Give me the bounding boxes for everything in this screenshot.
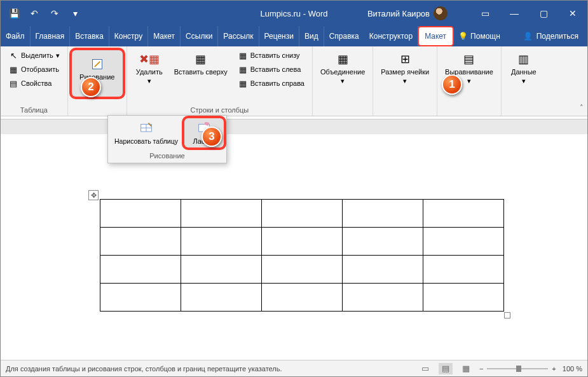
pencil-icon xyxy=(90,57,105,72)
title-bar: 💾 ↶ ↷ ▾ Lumpics.ru - Word Виталий Каиров… xyxy=(1,1,587,26)
undo-icon[interactable]: ↶ xyxy=(26,5,43,22)
properties-icon: ▤ xyxy=(8,78,18,88)
zoom-out-icon[interactable]: − xyxy=(479,365,483,373)
tab-insert[interactable]: Вставка xyxy=(70,26,109,46)
merge-icon: ▦ xyxy=(335,51,350,67)
read-mode-icon[interactable]: ▭ xyxy=(418,363,432,374)
tab-layout[interactable]: Макет xyxy=(148,26,181,46)
user-account[interactable]: Виталий Каиров xyxy=(367,6,448,20)
close-button[interactable]: ✕ xyxy=(558,1,587,26)
quick-access-toolbar: 💾 ↶ ↷ ▾ xyxy=(1,5,88,22)
callout-marker-3: 3 xyxy=(202,127,222,147)
document-table[interactable] xyxy=(100,199,504,312)
tab-table-layout[interactable]: Макет xyxy=(419,27,453,45)
table-row[interactable] xyxy=(100,228,504,256)
group-table: ↖Выделить▾ ▦Отобразить ▤Свойства Таблица xyxy=(1,46,68,116)
zoom-level[interactable]: 100 % xyxy=(563,365,582,373)
popover-group-label: Рисование xyxy=(108,150,226,163)
callout-marker-2: 2 xyxy=(81,77,101,97)
share-icon: 👤 xyxy=(523,32,533,41)
delete-button[interactable]: ✖▦ Удалить▾ xyxy=(131,49,168,88)
zoom-slider[interactable]: − + xyxy=(479,365,556,373)
grid-icon: ▦ xyxy=(8,64,18,74)
web-layout-icon[interactable]: ▦ xyxy=(459,363,473,374)
table-row[interactable] xyxy=(100,200,504,228)
tab-design[interactable]: Констру xyxy=(109,26,148,46)
chevron-down-icon: ▾ xyxy=(147,77,151,85)
data-icon: ▥ xyxy=(516,51,531,67)
qat-more-icon[interactable]: ▾ xyxy=(67,5,83,22)
window-title: Lumpics.ru - Word xyxy=(261,9,328,18)
tab-help[interactable]: Справка xyxy=(324,26,364,46)
avatar xyxy=(434,6,448,20)
properties-button[interactable]: ▤Свойства xyxy=(4,77,64,90)
insert-left-icon: ▦ xyxy=(238,64,248,74)
share-button[interactable]: 👤Поделиться xyxy=(514,26,587,46)
delete-icon: ✖▦ xyxy=(142,51,157,67)
data-button[interactable]: ▥Данные▾ xyxy=(505,49,542,88)
group-delete-insert: ✖▦ Удалить▾ ▦ Вставить сверху ▦Вставить … xyxy=(127,46,313,116)
print-layout-icon[interactable]: ▤ xyxy=(439,363,453,374)
tab-home[interactable]: Главная xyxy=(31,26,71,46)
collapse-ribbon-icon[interactable]: ˄ xyxy=(580,104,584,112)
insert-below-icon: ▦ xyxy=(238,50,248,60)
maximize-button[interactable]: ▢ xyxy=(529,1,558,26)
insert-left-button[interactable]: ▦Вставить слева xyxy=(234,63,308,76)
align-icon: ▤ xyxy=(462,51,477,67)
cell-size-button[interactable]: ⊞Размер ячейки▾ xyxy=(377,49,433,88)
slider-thumb[interactable] xyxy=(516,366,521,372)
slider-track[interactable] xyxy=(487,368,548,369)
draw-table-button[interactable]: Нарисовать таблицу xyxy=(111,118,182,147)
status-text: Для создания таблицы и рисования строк, … xyxy=(6,365,282,373)
select-button[interactable]: ↖Выделить▾ xyxy=(4,49,64,62)
callout-marker-1: 1 xyxy=(442,74,462,95)
group-label-table: Таблица xyxy=(20,105,48,116)
save-icon[interactable]: 💾 xyxy=(6,5,22,22)
table-move-handle[interactable]: ✥ xyxy=(88,190,99,200)
window-controls: ▭ — ▢ ✕ xyxy=(470,1,587,26)
draw-table-icon xyxy=(139,121,154,136)
insert-above-button[interactable]: ▦ Вставить сверху xyxy=(170,49,231,78)
merge-button[interactable]: ▦Объединение▾ xyxy=(317,49,369,88)
status-bar: Для создания таблицы и рисования строк, … xyxy=(1,360,587,376)
group-cell-size: ⊞Размер ячейки▾ xyxy=(373,46,437,116)
tab-review[interactable]: Рецензи xyxy=(259,26,299,46)
table-resize-handle[interactable] xyxy=(504,312,510,319)
view-gridlines-button[interactable]: ▦Отобразить xyxy=(4,63,64,76)
minimize-button[interactable]: — xyxy=(500,1,529,26)
tab-file[interactable]: Файл xyxy=(1,26,31,46)
table-row[interactable] xyxy=(100,284,504,312)
insert-below-button[interactable]: ▦Вставить снизу xyxy=(234,49,308,62)
zoom-in-icon[interactable]: + xyxy=(552,365,556,373)
insert-right-icon: ▦ xyxy=(238,78,248,88)
group-label-rows-cols: Строки и столбцы xyxy=(191,105,249,116)
tab-mailings[interactable]: Рассылк xyxy=(218,26,259,46)
table-row[interactable] xyxy=(100,256,504,284)
tab-view[interactable]: Вид xyxy=(299,26,324,46)
cursor-icon: ↖ xyxy=(8,50,18,60)
insert-right-button[interactable]: ▦Вставить справа xyxy=(234,77,308,90)
cell-size-icon: ⊞ xyxy=(397,51,413,67)
ribbon-display-button[interactable]: ▭ xyxy=(470,1,500,26)
tab-table-design[interactable]: Конструктор xyxy=(364,26,418,46)
redo-icon[interactable]: ↷ xyxy=(46,5,63,22)
insert-above-icon: ▦ xyxy=(193,51,209,67)
tab-tell-me[interactable]: 💡Помощн xyxy=(453,26,505,46)
user-name: Виталий Каиров xyxy=(367,9,430,18)
tab-references[interactable]: Ссылки xyxy=(181,26,218,46)
group-merge: ▦Объединение▾ xyxy=(313,46,373,116)
ribbon-tabs: Файл Главная Вставка Констру Макет Ссылк… xyxy=(1,26,587,46)
document-background xyxy=(1,119,587,134)
group-data: ▥Данные▾ xyxy=(502,46,546,116)
